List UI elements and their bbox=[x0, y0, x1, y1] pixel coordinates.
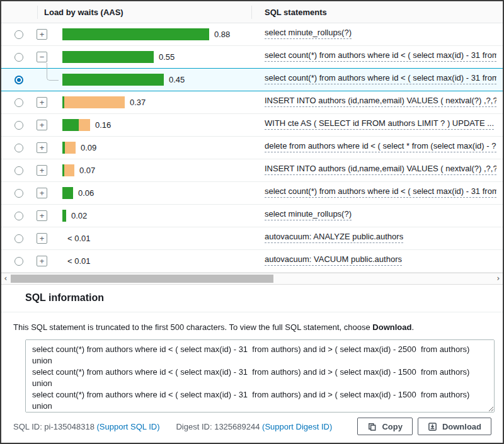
download-button[interactable]: Download bbox=[418, 418, 491, 435]
sql-statement-link[interactable]: autovacuum: ANALYZE public.authors bbox=[265, 232, 403, 243]
expand-toggle-icon[interactable]: + bbox=[37, 97, 47, 108]
sql-statement-textarea[interactable]: select count(*) from authors where id < … bbox=[25, 339, 495, 413]
load-bar bbox=[62, 51, 154, 63]
radio-button[interactable] bbox=[14, 212, 23, 220]
load-bar bbox=[62, 74, 164, 86]
expand-toggle-icon[interactable]: + bbox=[37, 188, 47, 198]
radio-cell bbox=[1, 257, 37, 266]
column-header-load: Load by waits (AAS) bbox=[44, 8, 123, 17]
expand-toggle-icon[interactable]: + bbox=[37, 233, 47, 244]
sql-statement-link[interactable]: autovacuum: VACUUM public.authors bbox=[265, 254, 402, 266]
expand-toggle-icon[interactable]: + bbox=[37, 142, 47, 153]
expand-toggle-icon[interactable]: + bbox=[37, 120, 47, 130]
radio-cell bbox=[1, 234, 37, 243]
load-bar-cell: 0.55 bbox=[58, 51, 260, 63]
support-sql-id-link[interactable]: (Support SQL ID) bbox=[97, 422, 160, 431]
radio-cell bbox=[1, 121, 37, 130]
expand-cell: + bbox=[37, 120, 58, 130]
radio-button[interactable] bbox=[14, 234, 23, 243]
load-value: 0.45 bbox=[169, 75, 185, 84]
sql-cell: INSERT INTO authors (id,name,email) VALU… bbox=[260, 164, 503, 178]
radio-button[interactable] bbox=[14, 30, 23, 39]
sql-id-group: SQL ID: pi-135048318 (Support SQL ID) bbox=[13, 422, 159, 431]
truncation-notice-text: This SQL statement is truncated to the f… bbox=[13, 322, 372, 332]
sql-statement-link[interactable]: select count(*) from authors where id < … bbox=[265, 73, 496, 84]
load-bar-cell: 0.06 bbox=[58, 187, 260, 199]
table-row[interactable]: + 0.88 select minute_rollups(?) bbox=[1, 23, 503, 46]
load-value: < 0.01 bbox=[67, 234, 91, 243]
table-row[interactable]: + 0.02 select minute_rollups(?) bbox=[1, 205, 503, 227]
sql-statement-link[interactable]: WITH cte AS ( SELECT id FROM authors LIM… bbox=[265, 118, 494, 130]
load-value: 0.02 bbox=[71, 211, 87, 220]
table-header: Load by waits (AAS) SQL statements bbox=[1, 1, 503, 23]
radio-cell bbox=[1, 166, 37, 175]
expand-toggle-icon[interactable]: + bbox=[37, 256, 47, 266]
header-divider bbox=[251, 6, 252, 19]
sql-statement-link[interactable]: INSERT INTO authors (id,name,email) VALU… bbox=[265, 164, 496, 175]
support-digest-id-link[interactable]: (Support Digest ID) bbox=[262, 422, 332, 431]
sql-cell: select count(*) from authors where id < … bbox=[260, 186, 503, 200]
table-row[interactable]: + 0.37 INSERT INTO authors (id,name,emai… bbox=[1, 91, 503, 114]
header-divider bbox=[37, 6, 38, 19]
sql-statement-link[interactable]: select count(*) from authors where id < … bbox=[265, 186, 496, 198]
scroll-right-arrow-icon[interactable]: › bbox=[494, 273, 503, 284]
sql-cell: autovacuum: ANALYZE public.authors bbox=[260, 232, 503, 246]
radio-button[interactable] bbox=[14, 257, 23, 266]
sql-cell: delete from authors where id < ( select … bbox=[260, 141, 503, 155]
table-row[interactable]: 0.45 select count(*) from authors where … bbox=[1, 68, 503, 91]
sql-cell: INSERT INTO authors (id,name,email) VALU… bbox=[260, 96, 503, 110]
sql-information-panel: SQL information This SQL statement is tr… bbox=[1, 285, 503, 435]
expand-cell: + bbox=[37, 29, 58, 40]
bar-segment-green bbox=[62, 187, 73, 199]
bar-segment-green bbox=[62, 210, 66, 222]
expand-cell: + bbox=[37, 256, 58, 266]
load-value: 0.09 bbox=[81, 143, 96, 152]
table-row[interactable]: + 0.07 INSERT INTO authors (id,name,emai… bbox=[1, 159, 503, 182]
radio-button[interactable] bbox=[14, 144, 23, 152]
panel-title: SQL information bbox=[25, 292, 503, 304]
expand-toggle-icon[interactable]: + bbox=[37, 210, 47, 221]
expand-toggle-icon[interactable]: + bbox=[37, 165, 47, 176]
expand-cell: + bbox=[37, 97, 58, 108]
radio-cell bbox=[1, 76, 37, 84]
load-bar bbox=[62, 164, 74, 176]
sql-statement-link[interactable]: select minute_rollups(?) bbox=[265, 209, 352, 220]
copy-button[interactable]: Copy bbox=[357, 418, 413, 435]
download-icon bbox=[428, 422, 437, 431]
expand-cell: + bbox=[37, 233, 58, 244]
expand-cell bbox=[37, 74, 58, 85]
load-value: < 0.01 bbox=[67, 256, 91, 266]
radio-button[interactable] bbox=[14, 53, 23, 62]
radio-cell bbox=[1, 30, 37, 39]
bar-segment-orange bbox=[79, 119, 90, 131]
radio-button[interactable] bbox=[14, 166, 23, 175]
horizontal-scrollbar[interactable]: ‹ › bbox=[1, 273, 503, 285]
copy-button-label: Copy bbox=[382, 422, 403, 431]
table-row[interactable]: + 0.16 WITH cte AS ( SELECT id FROM auth… bbox=[1, 114, 503, 137]
load-value: 0.07 bbox=[79, 166, 95, 175]
table-row[interactable]: − 0.55 select count(*) from authors wher… bbox=[1, 46, 503, 69]
radio-cell bbox=[1, 189, 37, 198]
radio-button[interactable] bbox=[14, 76, 23, 84]
sql-statement-link[interactable]: select minute_rollups(?) bbox=[265, 28, 352, 39]
scroll-left-arrow-icon[interactable]: ‹ bbox=[1, 273, 10, 284]
table-row[interactable]: + 0.09 delete from authors where id < ( … bbox=[1, 137, 503, 159]
sql-statement-link[interactable]: select count(*) from authors where id < … bbox=[265, 50, 496, 62]
table-row[interactable]: + 0.06 select count(*) from authors wher… bbox=[1, 182, 503, 205]
load-bar-cell: 0.02 bbox=[58, 210, 260, 222]
performance-insights-panel: Load by waits (AAS) SQL statements + 0.8… bbox=[0, 0, 504, 444]
radio-button[interactable] bbox=[14, 98, 23, 107]
sql-statement-link[interactable]: INSERT INTO authors (id,name,email) VALU… bbox=[265, 96, 496, 107]
radio-button[interactable] bbox=[14, 121, 23, 130]
expand-toggle-icon[interactable]: − bbox=[37, 52, 47, 62]
expand-toggle-icon[interactable]: + bbox=[37, 29, 47, 40]
load-bar bbox=[62, 28, 209, 40]
table-row[interactable]: + < 0.01 autovacuum: ANALYZE public.auth… bbox=[1, 227, 503, 250]
table-row[interactable]: + < 0.01 autovacuum: VACUUM public.autho… bbox=[1, 250, 503, 273]
scrollbar-thumb[interactable] bbox=[11, 275, 273, 283]
sql-statement-link[interactable]: delete from authors where id < ( select … bbox=[265, 141, 496, 152]
top-sql-table: Load by waits (AAS) SQL statements + 0.8… bbox=[1, 1, 503, 273]
digest-id-group: Digest ID: 1325689244 (Support Digest ID… bbox=[176, 422, 332, 431]
load-value: 0.06 bbox=[78, 188, 94, 198]
radio-button[interactable] bbox=[14, 189, 23, 198]
